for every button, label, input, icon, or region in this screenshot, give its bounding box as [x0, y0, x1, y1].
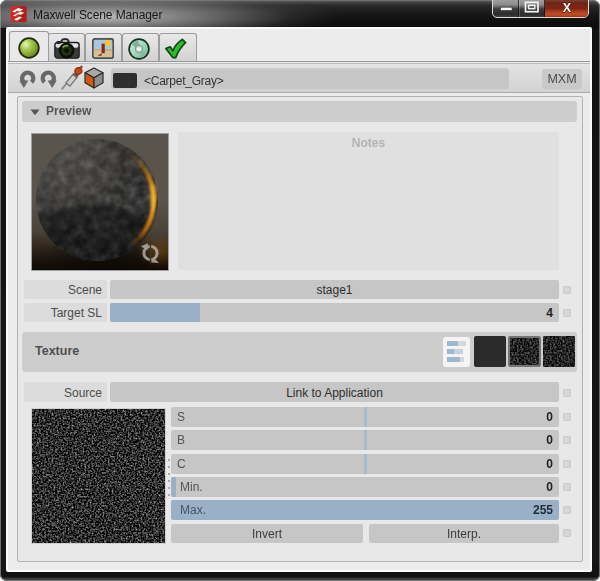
svg-text:X: X: [563, 1, 572, 15]
